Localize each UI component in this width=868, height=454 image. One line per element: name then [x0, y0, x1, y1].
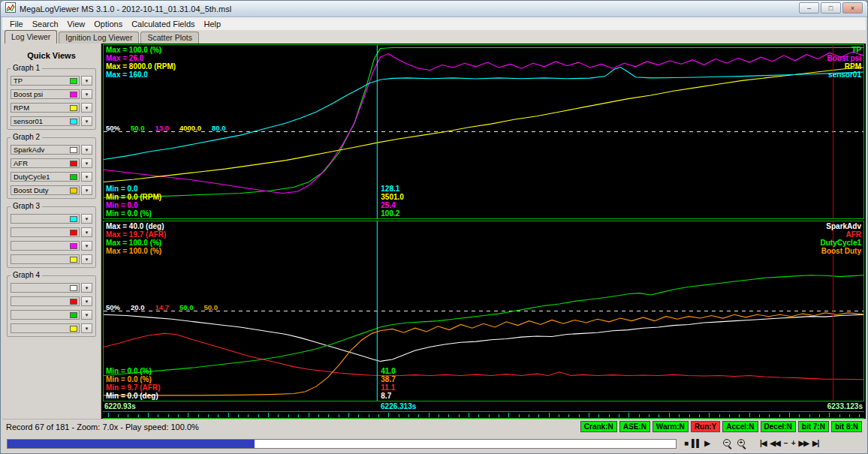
- color-swatch[interactable]: [70, 285, 77, 291]
- cursor-values: 128.13501.025.4100.2: [381, 185, 404, 218]
- rewind-button[interactable]: ◀◀: [770, 438, 779, 449]
- color-swatch[interactable]: [70, 78, 77, 84]
- field-select[interactable]: [11, 296, 80, 306]
- chevron-down-icon[interactable]: ▼: [81, 296, 92, 306]
- midline-labels: 50%20.014.750.050.0: [106, 303, 228, 311]
- series-boost-duty: [104, 313, 863, 395]
- chevron-down-icon[interactable]: ▼: [81, 254, 92, 264]
- field-select-sensor01[interactable]: sensor01: [11, 116, 80, 126]
- chevron-down-icon[interactable]: ▼: [81, 310, 92, 320]
- group-label: Graph 2: [11, 133, 42, 141]
- timeline-tick: [809, 414, 810, 417]
- title-bar[interactable]: MegaLogViewer MS 3.1.0 - 2012-10-11_01.3…: [1, 1, 867, 17]
- field-label: AFR: [14, 159, 28, 167]
- timeline-tick: [589, 413, 589, 417]
- go-end-button[interactable]: ▶|: [812, 438, 819, 449]
- chevron-down-icon[interactable]: ▼: [81, 227, 92, 237]
- chevron-down-icon[interactable]: ▼: [81, 158, 92, 168]
- cursor-values-item: 25.4: [381, 201, 404, 209]
- timeline-tick: [268, 413, 269, 417]
- graph-1-chart[interactable]: Max = 100.0 (%)Max = 26.0Max = 8000.0 (R…: [103, 44, 864, 219]
- color-swatch[interactable]: [70, 299, 77, 305]
- color-swatch[interactable]: [70, 174, 77, 180]
- chevron-down-icon[interactable]: ▼: [81, 185, 92, 195]
- playback-progress-bar[interactable]: [7, 439, 677, 449]
- chevron-down-icon[interactable]: ▼: [81, 214, 92, 224]
- stop-button[interactable]: ■: [684, 438, 688, 449]
- color-swatch[interactable]: [70, 119, 77, 125]
- color-swatch[interactable]: [70, 243, 77, 249]
- color-swatch[interactable]: [70, 147, 77, 153]
- menu-item-help[interactable]: Help: [200, 19, 226, 29]
- maximize-button[interactable]: □: [821, 2, 841, 14]
- field-select-tp[interactable]: TP: [11, 76, 80, 86]
- menu-item-search[interactable]: Search: [28, 19, 63, 29]
- field-selector-row-boost-duty: Boost Duty▼: [11, 185, 92, 195]
- field-select[interactable]: [11, 214, 80, 224]
- field-label: TP: [14, 77, 23, 85]
- chevron-down-icon[interactable]: ▼: [81, 323, 92, 333]
- chevron-down-icon[interactable]: ▼: [81, 89, 92, 99]
- field-select-dutycycle1[interactable]: DutyCycle1: [11, 172, 80, 182]
- field-select[interactable]: [11, 241, 80, 251]
- zoom-in-button[interactable]: +: [737, 438, 747, 449]
- chevron-down-icon[interactable]: ▼: [81, 103, 92, 113]
- field-select-boost-psi[interactable]: Boost psi: [11, 89, 80, 99]
- min-labels-item: Min = 0.0 (%): [106, 209, 161, 218]
- graph-2-chart[interactable]: Max = 40.0 (deg)Max = 19.7 (AFR)Max = 10…: [103, 221, 864, 401]
- timeline-tick: [639, 414, 640, 417]
- color-swatch[interactable]: [70, 161, 77, 167]
- timeline-scrollbar[interactable]: [103, 411, 864, 419]
- app-window: MegaLogViewer MS 3.1.0 - 2012-10-11_01.3…: [0, 0, 868, 454]
- minimize-button[interactable]: –: [799, 2, 819, 14]
- play-button[interactable]: ▶: [704, 438, 710, 449]
- tab-ignition-log-viewer[interactable]: Ignition Log Viewer: [59, 32, 139, 44]
- field-select[interactable]: [11, 323, 80, 333]
- chevron-down-icon[interactable]: ▼: [81, 145, 92, 155]
- menu-item-options[interactable]: Options: [89, 19, 127, 29]
- tab-scatter-plots[interactable]: Scatter Plots: [140, 32, 199, 44]
- zoom-out-button[interactable]: −: [722, 438, 733, 449]
- field-select-sparkadv[interactable]: SparkAdv: [11, 145, 80, 155]
- field-selector-row: ▼: [11, 227, 92, 237]
- timeline-tick: [849, 414, 850, 417]
- go-start-button[interactable]: |◀: [760, 438, 767, 449]
- field-select-afr[interactable]: AFR: [11, 158, 80, 168]
- menu-item-file[interactable]: File: [5, 19, 28, 29]
- color-swatch[interactable]: [70, 92, 77, 98]
- color-swatch[interactable]: [70, 188, 77, 194]
- status-chip-accel-n: Accel:N: [722, 421, 758, 432]
- field-select-boost-duty[interactable]: Boost Duty: [11, 185, 80, 195]
- color-swatch[interactable]: [70, 312, 77, 318]
- field-select[interactable]: [11, 310, 80, 320]
- chevron-down-icon[interactable]: ▼: [81, 172, 92, 182]
- chevron-down-icon[interactable]: ▼: [81, 76, 92, 86]
- magnifier-sign: +: [737, 439, 745, 446]
- tab-log-viewer[interactable]: Log Viewer: [5, 30, 57, 44]
- chevron-down-icon[interactable]: ▼: [81, 283, 92, 293]
- close-button[interactable]: ×: [842, 2, 863, 14]
- max-labels: Max = 40.0 (deg)Max = 19.7 (AFR)Max = 10…: [106, 222, 166, 255]
- chevron-down-icon[interactable]: ▼: [81, 116, 92, 126]
- color-swatch[interactable]: [70, 105, 77, 111]
- pause-button[interactable]: ▌▌: [692, 438, 701, 449]
- color-swatch[interactable]: [70, 326, 77, 332]
- menu-item-view[interactable]: View: [63, 19, 90, 29]
- field-select-rpm[interactable]: RPM: [11, 103, 80, 113]
- time-cursor-label: 6226.313s: [381, 402, 416, 410]
- field-select[interactable]: [11, 227, 80, 237]
- field-select[interactable]: [11, 254, 80, 264]
- field-selector-row-tp: TP▼: [11, 76, 92, 86]
- field-selector-row: ▼: [11, 310, 92, 320]
- color-swatch[interactable]: [70, 216, 77, 222]
- field-select[interactable]: [11, 283, 80, 293]
- timeline-tick: [659, 414, 659, 417]
- menu-item-calculated-fields[interactable]: Calculated Fields: [127, 19, 199, 29]
- chevron-down-icon[interactable]: ▼: [81, 241, 92, 251]
- color-swatch[interactable]: [70, 257, 77, 263]
- step-forward-button[interactable]: +: [791, 438, 795, 449]
- midline-label: 4000.0: [179, 124, 201, 132]
- fast-forward-button[interactable]: ▶▶: [799, 438, 809, 449]
- step-back-button[interactable]: −: [784, 438, 788, 449]
- color-swatch[interactable]: [70, 230, 77, 236]
